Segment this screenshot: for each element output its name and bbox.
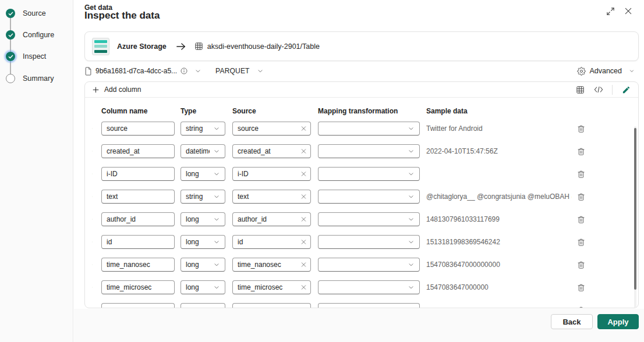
expand-dialog-icon[interactable] — [605, 6, 615, 16]
toolbar-divider — [612, 85, 613, 95]
back-button[interactable]: Back — [551, 314, 593, 329]
destination-table-name: aksdi-eventhouse-daily-2901/Table — [207, 42, 320, 51]
chevron-down-icon — [408, 307, 415, 308]
row-valid-check-icon — [92, 192, 93, 201]
mapping-transformation-select[interactable] — [318, 258, 420, 272]
delete-row-icon[interactable] — [576, 261, 586, 269]
mapping-transformation-select[interactable] — [318, 122, 420, 136]
column-name-input[interactable] — [101, 303, 175, 308]
chevron-down-icon — [194, 67, 201, 74]
clear-source-icon[interactable] — [300, 307, 307, 309]
mapping-transformation-select[interactable] — [318, 167, 420, 181]
mapping-table-header: Column name Type Source Mapping transfor… — [85, 107, 638, 115]
wizard-stepper-sidebar: Source Configure Inspect Summary — [0, 0, 73, 342]
type-select[interactable]: long — [181, 258, 225, 272]
advanced-menu[interactable]: Advanced — [577, 64, 635, 78]
chevron-down-icon — [408, 193, 415, 200]
row-valid-check-icon — [92, 260, 93, 269]
column-name-input[interactable] — [101, 144, 175, 158]
step-inspect[interactable]: Inspect — [6, 52, 46, 61]
type-select[interactable]: long — [181, 280, 225, 294]
file-icon — [84, 67, 92, 76]
type-select[interactable]: long — [181, 167, 225, 181]
clear-source-icon[interactable] — [300, 171, 307, 177]
type-select[interactable]: string — [181, 122, 225, 136]
info-icon — [181, 67, 187, 74]
clear-source-icon[interactable] — [300, 148, 307, 155]
sample-data-text: 1547083647000000 — [426, 280, 572, 294]
type-select[interactable]: long — [181, 212, 225, 226]
row-valid-check-icon — [92, 124, 93, 133]
type-select[interactable]: string — [181, 190, 225, 204]
source-field-input[interactable] — [232, 212, 311, 226]
chevron-down-icon — [213, 216, 220, 223]
delete-row-icon[interactable] — [576, 147, 586, 156]
table-row: long 1547083647000000000 — [85, 258, 638, 272]
column-name-input[interactable] — [101, 258, 175, 272]
apply-button[interactable]: Apply — [597, 314, 639, 329]
step-source[interactable]: Source — [6, 9, 46, 18]
delete-row-icon[interactable] — [576, 215, 586, 224]
column-name-input[interactable] — [101, 235, 175, 249]
sample-data-text: Twitter for Android — [426, 122, 572, 136]
chevron-down-icon — [213, 193, 220, 200]
sample-data-text: 1481307961033117699 — [426, 212, 572, 226]
table-view-icon[interactable] — [575, 84, 585, 95]
step-summary[interactable]: Summary — [6, 74, 54, 83]
delete-row-icon[interactable] — [576, 283, 586, 292]
scrollbar-thumb[interactable] — [634, 128, 636, 290]
header-type: Type — [181, 107, 225, 115]
edit-pencil-icon[interactable] — [621, 84, 631, 95]
chevron-down-icon — [408, 284, 415, 291]
chevron-down-icon — [257, 67, 264, 74]
table-row: datetime 2022-04-10T15:47:56Z — [85, 144, 638, 158]
source-field-input[interactable] — [232, 235, 311, 249]
column-name-input[interactable] — [101, 167, 175, 181]
source-field-input[interactable] — [232, 122, 311, 136]
table-row — [85, 303, 638, 308]
file-selector[interactable]: 9b6a1681-d7ca-4dcc-a5... — [84, 67, 201, 76]
source-name: Azure Storage — [117, 42, 167, 51]
column-name-input[interactable] — [101, 122, 175, 136]
delete-row-icon[interactable] — [576, 238, 586, 247]
format-selector[interactable]: PARQUET — [215, 67, 264, 75]
table-row: long 1481307961033117699 — [85, 212, 638, 226]
type-select[interactable]: long — [181, 235, 225, 249]
column-name-input[interactable] — [101, 280, 175, 294]
mapping-transformation-select[interactable] — [318, 212, 420, 226]
add-column-button[interactable]: Add column — [92, 86, 141, 94]
type-select[interactable]: datetime — [181, 144, 225, 158]
delete-row-icon[interactable] — [576, 193, 586, 201]
clear-source-icon[interactable] — [300, 194, 307, 200]
mapping-transformation-select[interactable] — [318, 280, 420, 294]
source-field-input[interactable] — [232, 190, 311, 204]
clear-source-icon[interactable] — [300, 126, 307, 132]
source-field-input[interactable] — [232, 167, 311, 181]
source-field-input[interactable] — [232, 144, 311, 158]
mapping-transformation-select[interactable] — [318, 144, 420, 158]
chevron-down-icon — [213, 307, 220, 308]
column-name-input[interactable] — [101, 212, 175, 226]
mapping-transformation-select[interactable] — [318, 235, 420, 249]
delete-row-icon[interactable] — [576, 170, 586, 179]
row-valid-check-icon — [92, 237, 93, 247]
type-select[interactable] — [181, 303, 225, 308]
close-icon[interactable] — [623, 6, 634, 16]
clear-source-icon[interactable] — [300, 284, 307, 291]
mapping-transformation-select[interactable] — [318, 190, 420, 204]
clear-source-icon[interactable] — [300, 262, 307, 268]
delete-row-icon[interactable] — [576, 306, 586, 309]
mapping-transformation-select[interactable] — [318, 303, 420, 308]
add-column-label: Add column — [104, 86, 141, 94]
source-field-input[interactable] — [232, 280, 311, 294]
source-field-input[interactable] — [232, 303, 311, 308]
table-row: long — [85, 167, 638, 181]
clear-source-icon[interactable] — [300, 216, 307, 223]
delete-row-icon[interactable] — [576, 124, 586, 133]
column-name-input[interactable] — [101, 190, 175, 204]
clear-source-icon[interactable] — [300, 239, 307, 245]
step-configure[interactable]: Configure — [6, 30, 54, 40]
header-column-name: Column name — [101, 107, 175, 115]
source-field-input[interactable] — [232, 258, 311, 272]
code-view-icon[interactable] — [593, 84, 604, 95]
